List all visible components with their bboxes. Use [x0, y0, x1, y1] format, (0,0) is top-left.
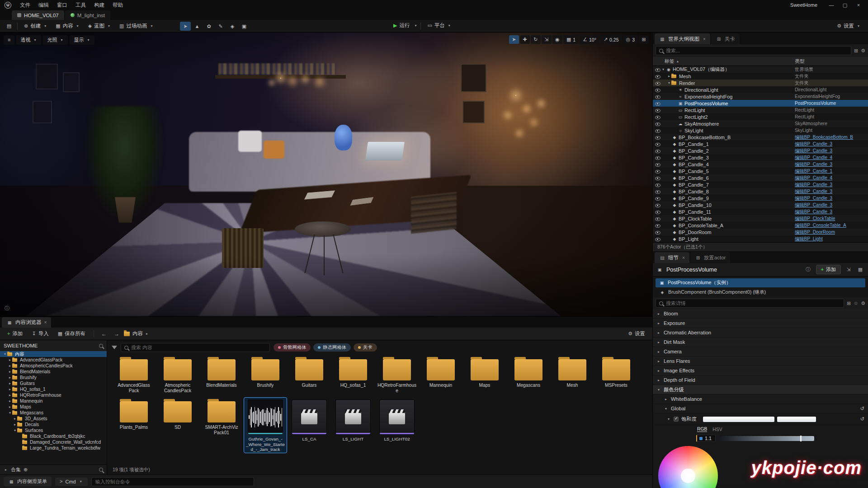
actor-type[interactable]: 编辑BP_Candle_3 — [795, 209, 868, 215]
doc-tab-M_light_inst[interactable]: M_light_inst — [65, 10, 110, 20]
section-Depth of Field[interactable]: ▸Depth of Field — [653, 375, 868, 385]
outliner-row[interactable]: ◆BP_Candle_2编辑BP_Candle_3 — [653, 147, 868, 154]
visibility-eye-icon[interactable] — [654, 141, 661, 147]
cb-tree-item[interactable]: Damaged_Concrete_Wall_vdcnfcd — [0, 439, 107, 445]
actor-type[interactable]: 编辑BP_Light — [795, 236, 868, 242]
section-Chromatic Aberration[interactable]: ▸Chromatic Aberration — [653, 328, 868, 338]
folder-tile[interactable]: Maps — [463, 356, 506, 389]
visibility-eye-icon[interactable] — [654, 127, 661, 134]
details-search-input[interactable] — [666, 300, 840, 306]
visibility-eye-icon[interactable] — [654, 175, 661, 181]
save-icon[interactable] — [7, 23, 11, 28]
expand-caret[interactable]: ▾ — [13, 428, 17, 432]
transform-rotate-button[interactable] — [531, 35, 541, 44]
visibility-eye-icon[interactable] — [654, 229, 661, 235]
actor-type[interactable]: 编辑BP_Candle_1 — [795, 168, 868, 174]
section-Bloom[interactable]: ▸Bloom — [653, 309, 868, 319]
expand-caret[interactable]: ▸ — [8, 387, 12, 391]
mode-foliage-button[interactable] — [203, 22, 214, 31]
filter-chip[interactable]: 静态网格体 — [313, 343, 350, 352]
outliner-row[interactable]: ◆BP_Candle_11编辑BP_Candle_3 — [653, 208, 868, 215]
mode-landscape-button[interactable] — [192, 22, 203, 31]
platforms-button[interactable]: 平台 ▾ — [424, 21, 455, 30]
transform-move-button[interactable] — [520, 35, 530, 44]
outliner-search-box[interactable] — [656, 46, 851, 55]
toolbar-button-蓝图[interactable]: 蓝图▾ — [85, 21, 115, 31]
section-Camera[interactable]: ▸Camera — [653, 347, 868, 357]
toolbar-button-创建[interactable]: 创建▾ — [20, 21, 51, 31]
expand-caret[interactable]: ▸ — [8, 370, 12, 374]
reset-icon[interactable] — [860, 406, 864, 411]
toolbar-button-过场动画[interactable]: 过场动画▾ — [116, 21, 157, 31]
level-viewport[interactable]: 透视▾ 光照▾ 显示▾ 110°0.253 ⓘ — [0, 33, 652, 316]
value-slider[interactable] — [719, 436, 814, 441]
visibility-eye-icon[interactable] — [654, 148, 661, 154]
back-button[interactable] — [99, 329, 109, 338]
expand-caret[interactable]: ▸ — [8, 381, 12, 385]
visibility-eye-icon[interactable] — [654, 66, 661, 73]
snap-cam-control[interactable]: 3 — [623, 35, 638, 44]
section-Exposure[interactable]: ▸Exposure — [653, 319, 868, 328]
outliner-row[interactable]: ≈ExponentialHeightFogExponentialHeightFo… — [653, 93, 868, 100]
outliner-row[interactable]: ◆BP_BookcaseBottom_B编辑BP_BookcaseBottom_… — [653, 134, 868, 141]
cb-tree-item[interactable]: Black_Cardboard_tb2qbjkc — [0, 433, 107, 439]
visibility-eye-icon[interactable] — [654, 161, 661, 168]
visibility-eye-icon[interactable] — [654, 209, 661, 215]
expand-caret[interactable]: ▸ — [656, 359, 661, 363]
cb-settings-button[interactable]: 设置 — [624, 329, 649, 338]
actor-type[interactable]: 编辑BP_ClockTable — [795, 216, 868, 222]
expand-caret[interactable]: ▸ — [656, 350, 661, 354]
cb-tree-item[interactable]: ▸Decals — [0, 422, 107, 427]
cb-tree-item[interactable]: Large_Tundra_Terrain_wcekcbdfw — [0, 445, 107, 451]
actor-type[interactable]: 编辑BP_Candle_3 — [795, 141, 868, 147]
viewport-options-button[interactable] — [4, 35, 14, 45]
outliner-row[interactable]: ☼SkyLightSkyLight — [653, 127, 868, 134]
instance-row[interactable]: ▣ PostProcessVolume（实例） — [656, 278, 865, 287]
close-tab-icon[interactable]: × — [44, 320, 47, 325]
cb-tree-item[interactable]: ▸BlendMaterials — [0, 369, 107, 375]
lock-icon[interactable]: ▦ — [856, 267, 864, 272]
info-icon[interactable] — [804, 267, 812, 272]
tab-place-actors[interactable]: ⊞ 放置actor — [690, 252, 731, 263]
expand-caret[interactable]: ▸ — [656, 312, 661, 316]
expand-sections-icon[interactable]: ⇲ — [844, 267, 853, 272]
tab-details[interactable]: ▤ 细节 × — [655, 252, 689, 263]
collections-bar[interactable]: ▸ 合集 — [0, 465, 107, 474]
lit-dropdown[interactable]: 光照▾ — [43, 35, 68, 45]
cb-tree-item[interactable]: ▾Surfaces — [0, 427, 107, 433]
favorites-icon[interactable] — [854, 301, 858, 306]
cb-tree-item[interactable]: ▸Maps — [0, 404, 107, 410]
console-input[interactable] — [95, 479, 250, 484]
folder-tile[interactable]: SMART-ArchViz Pack01 — [200, 398, 243, 436]
outliner-row[interactable]: ◆BP_DoorRoom编辑BP_DoorRoom — [653, 229, 868, 235]
show-dropdown[interactable]: 显示▾ — [70, 35, 94, 45]
cb-save-all-button[interactable]: 保存所有 — [54, 329, 89, 338]
expand-caret[interactable]: ▸ — [656, 378, 661, 382]
categories-icon[interactable] — [847, 301, 851, 306]
folder-tile[interactable]: Plants_Palms — [113, 398, 155, 431]
outliner-row[interactable]: ◆BP_Candle_5编辑BP_Candle_1 — [653, 168, 868, 174]
tab-world-outliner[interactable]: ▦ 世界大纲视图 × — [655, 33, 710, 44]
expand-caret[interactable]: ▸ — [656, 369, 661, 373]
section-global[interactable]: ▾ Global — [653, 404, 868, 413]
minimize-button[interactable]: — — [825, 0, 838, 9]
expand-caret[interactable]: ▸ — [8, 393, 12, 397]
slider-thumb[interactable] — [800, 436, 802, 441]
actor-type[interactable]: 编辑BP_DoorRoom — [795, 229, 868, 235]
cb-tree-item[interactable]: ▸AdvancedGlassPack — [0, 357, 107, 363]
asset-tile[interactable]: Guthrie_Govan_-_Where_We_Started_-_Jam_t… — [244, 398, 287, 453]
search-icon[interactable] — [99, 468, 103, 472]
toolbar-button-内容[interactable]: 内容▾ — [52, 21, 83, 31]
transform-globe-button[interactable] — [552, 35, 562, 44]
asset-tile[interactable]: LS_LIGHT — [332, 398, 374, 442]
outliner-row[interactable]: ◆BP_Candle_7编辑BP_Candle_3 — [653, 181, 868, 188]
expand-caret[interactable]: ▸ — [664, 397, 668, 401]
outliner-row[interactable]: ▣PostProcessVolumePostProcessVolume — [653, 100, 868, 107]
asset-tile[interactable]: LS_CA — [288, 398, 330, 442]
maximize-viewport-button[interactable] — [639, 35, 649, 44]
visibility-eye-icon[interactable] — [654, 73, 661, 80]
cb-tree-item[interactable]: ▸HQ_sofas_1 — [0, 386, 107, 392]
outliner-row[interactable]: ▾Render文件夹 — [653, 80, 868, 86]
mode-fracture-button[interactable] — [227, 22, 238, 31]
actor-type[interactable]: 编辑BP_ConsoleTable_A — [795, 222, 868, 229]
